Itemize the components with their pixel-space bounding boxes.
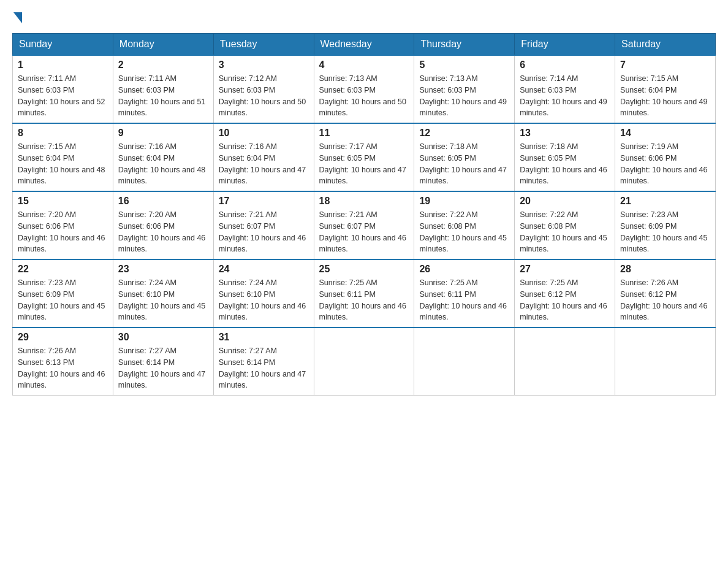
calendar-cell — [515, 327, 615, 396]
day-info: Sunrise: 7:26 AMSunset: 6:12 PMDaylight:… — [620, 277, 710, 323]
calendar-cell: 8Sunrise: 7:15 AMSunset: 6:04 PMDaylight… — [13, 123, 113, 191]
day-info: Sunrise: 7:11 AMSunset: 6:03 PMDaylight:… — [18, 73, 108, 119]
day-number: 24 — [219, 264, 309, 275]
calendar-cell: 6Sunrise: 7:14 AMSunset: 6:03 PMDaylight… — [515, 55, 615, 123]
weekday-header-saturday: Saturday — [615, 34, 716, 56]
calendar-cell: 28Sunrise: 7:26 AMSunset: 6:12 PMDayligh… — [615, 259, 716, 327]
calendar-cell: 14Sunrise: 7:19 AMSunset: 6:06 PMDayligh… — [615, 123, 716, 191]
calendar-cell: 29Sunrise: 7:26 AMSunset: 6:13 PMDayligh… — [13, 327, 113, 396]
day-info: Sunrise: 7:21 AMSunset: 6:07 PMDaylight:… — [219, 209, 309, 255]
calendar-cell: 26Sunrise: 7:25 AMSunset: 6:11 PMDayligh… — [414, 259, 515, 327]
logo-arrow-icon — [13, 12, 22, 23]
calendar-cell — [314, 327, 414, 396]
calendar-cell: 16Sunrise: 7:20 AMSunset: 6:06 PMDayligh… — [113, 191, 213, 259]
calendar-cell: 10Sunrise: 7:16 AMSunset: 6:04 PMDayligh… — [213, 123, 314, 191]
calendar-cell: 13Sunrise: 7:18 AMSunset: 6:05 PMDayligh… — [515, 123, 615, 191]
day-info: Sunrise: 7:17 AMSunset: 6:05 PMDaylight:… — [319, 141, 409, 187]
day-info: Sunrise: 7:13 AMSunset: 6:03 PMDaylight:… — [319, 73, 409, 119]
day-number: 2 — [118, 59, 208, 71]
page-header — [12, 12, 716, 23]
day-number: 3 — [219, 59, 309, 71]
calendar-table: SundayMondayTuesdayWednesdayThursdayFrid… — [12, 33, 716, 396]
calendar-cell: 17Sunrise: 7:21 AMSunset: 6:07 PMDayligh… — [213, 191, 314, 259]
calendar-cell: 11Sunrise: 7:17 AMSunset: 6:05 PMDayligh… — [314, 123, 414, 191]
weekday-header-sunday: Sunday — [13, 34, 113, 56]
day-info: Sunrise: 7:21 AMSunset: 6:07 PMDaylight:… — [319, 209, 409, 255]
day-info: Sunrise: 7:16 AMSunset: 6:04 PMDaylight:… — [219, 141, 309, 187]
day-number: 20 — [520, 196, 610, 207]
day-info: Sunrise: 7:27 AMSunset: 6:14 PMDaylight:… — [219, 345, 309, 391]
week-row-5: 29Sunrise: 7:26 AMSunset: 6:13 PMDayligh… — [13, 327, 716, 396]
day-number: 21 — [620, 196, 710, 207]
day-number: 10 — [219, 128, 309, 139]
day-info: Sunrise: 7:22 AMSunset: 6:08 PMDaylight:… — [419, 209, 509, 255]
weekday-header-tuesday: Tuesday — [213, 34, 314, 56]
day-number: 19 — [419, 196, 509, 207]
day-number: 25 — [319, 264, 409, 275]
day-number: 11 — [319, 128, 409, 139]
day-info: Sunrise: 7:27 AMSunset: 6:14 PMDaylight:… — [118, 345, 208, 391]
calendar-cell: 21Sunrise: 7:23 AMSunset: 6:09 PMDayligh… — [615, 191, 716, 259]
day-number: 23 — [118, 264, 208, 275]
calendar-cell: 7Sunrise: 7:15 AMSunset: 6:04 PMDaylight… — [615, 55, 716, 123]
calendar-cell: 19Sunrise: 7:22 AMSunset: 6:08 PMDayligh… — [414, 191, 515, 259]
week-row-2: 8Sunrise: 7:15 AMSunset: 6:04 PMDaylight… — [13, 123, 716, 191]
day-number: 4 — [319, 59, 409, 71]
calendar-cell: 3Sunrise: 7:12 AMSunset: 6:03 PMDaylight… — [213, 55, 314, 123]
day-number: 5 — [419, 59, 509, 71]
day-info: Sunrise: 7:20 AMSunset: 6:06 PMDaylight:… — [18, 209, 108, 255]
day-number: 8 — [18, 128, 108, 139]
day-info: Sunrise: 7:23 AMSunset: 6:09 PMDaylight:… — [18, 277, 108, 323]
day-number: 16 — [118, 196, 208, 207]
calendar-cell: 5Sunrise: 7:13 AMSunset: 6:03 PMDaylight… — [414, 55, 515, 123]
day-info: Sunrise: 7:18 AMSunset: 6:05 PMDaylight:… — [419, 141, 509, 187]
day-info: Sunrise: 7:25 AMSunset: 6:11 PMDaylight:… — [319, 277, 409, 323]
day-number: 31 — [219, 332, 309, 343]
calendar-cell: 27Sunrise: 7:25 AMSunset: 6:12 PMDayligh… — [515, 259, 615, 327]
day-info: Sunrise: 7:22 AMSunset: 6:08 PMDaylight:… — [520, 209, 610, 255]
day-info: Sunrise: 7:26 AMSunset: 6:13 PMDaylight:… — [18, 345, 108, 391]
calendar-cell: 22Sunrise: 7:23 AMSunset: 6:09 PMDayligh… — [13, 259, 113, 327]
day-number: 9 — [118, 128, 208, 139]
weekday-header-wednesday: Wednesday — [314, 34, 414, 56]
logo — [12, 12, 23, 23]
calendar-cell: 18Sunrise: 7:21 AMSunset: 6:07 PMDayligh… — [314, 191, 414, 259]
calendar-cell: 24Sunrise: 7:24 AMSunset: 6:10 PMDayligh… — [213, 259, 314, 327]
day-number: 27 — [520, 264, 610, 275]
day-info: Sunrise: 7:16 AMSunset: 6:04 PMDaylight:… — [118, 141, 208, 187]
day-info: Sunrise: 7:15 AMSunset: 6:04 PMDaylight:… — [18, 141, 108, 187]
calendar-cell: 15Sunrise: 7:20 AMSunset: 6:06 PMDayligh… — [13, 191, 113, 259]
day-info: Sunrise: 7:15 AMSunset: 6:04 PMDaylight:… — [620, 73, 710, 119]
day-info: Sunrise: 7:19 AMSunset: 6:06 PMDaylight:… — [620, 141, 710, 187]
weekday-header-monday: Monday — [113, 34, 213, 56]
calendar-cell: 9Sunrise: 7:16 AMSunset: 6:04 PMDaylight… — [113, 123, 213, 191]
calendar-cell: 4Sunrise: 7:13 AMSunset: 6:03 PMDaylight… — [314, 55, 414, 123]
day-number: 7 — [620, 59, 710, 71]
day-info: Sunrise: 7:25 AMSunset: 6:11 PMDaylight:… — [419, 277, 509, 323]
day-info: Sunrise: 7:20 AMSunset: 6:06 PMDaylight:… — [118, 209, 208, 255]
day-number: 17 — [219, 196, 309, 207]
day-number: 13 — [520, 128, 610, 139]
calendar-cell: 30Sunrise: 7:27 AMSunset: 6:14 PMDayligh… — [113, 327, 213, 396]
day-info: Sunrise: 7:24 AMSunset: 6:10 PMDaylight:… — [219, 277, 309, 323]
day-info: Sunrise: 7:14 AMSunset: 6:03 PMDaylight:… — [520, 73, 610, 119]
day-number: 26 — [419, 264, 509, 275]
calendar-cell — [414, 327, 515, 396]
weekday-header-thursday: Thursday — [414, 34, 515, 56]
day-info: Sunrise: 7:18 AMSunset: 6:05 PMDaylight:… — [520, 141, 610, 187]
week-row-3: 15Sunrise: 7:20 AMSunset: 6:06 PMDayligh… — [13, 191, 716, 259]
day-number: 15 — [18, 196, 108, 207]
day-number: 28 — [620, 264, 710, 275]
day-info: Sunrise: 7:13 AMSunset: 6:03 PMDaylight:… — [419, 73, 509, 119]
calendar-cell: 12Sunrise: 7:18 AMSunset: 6:05 PMDayligh… — [414, 123, 515, 191]
day-number: 30 — [118, 332, 208, 343]
week-row-1: 1Sunrise: 7:11 AMSunset: 6:03 PMDaylight… — [13, 55, 716, 123]
day-info: Sunrise: 7:23 AMSunset: 6:09 PMDaylight:… — [620, 209, 710, 255]
calendar-cell: 23Sunrise: 7:24 AMSunset: 6:10 PMDayligh… — [113, 259, 213, 327]
calendar-header-row: SundayMondayTuesdayWednesdayThursdayFrid… — [13, 34, 716, 56]
day-number: 12 — [419, 128, 509, 139]
day-number: 14 — [620, 128, 710, 139]
day-number: 1 — [18, 59, 108, 71]
calendar-cell: 2Sunrise: 7:11 AMSunset: 6:03 PMDaylight… — [113, 55, 213, 123]
day-info: Sunrise: 7:25 AMSunset: 6:12 PMDaylight:… — [520, 277, 610, 323]
